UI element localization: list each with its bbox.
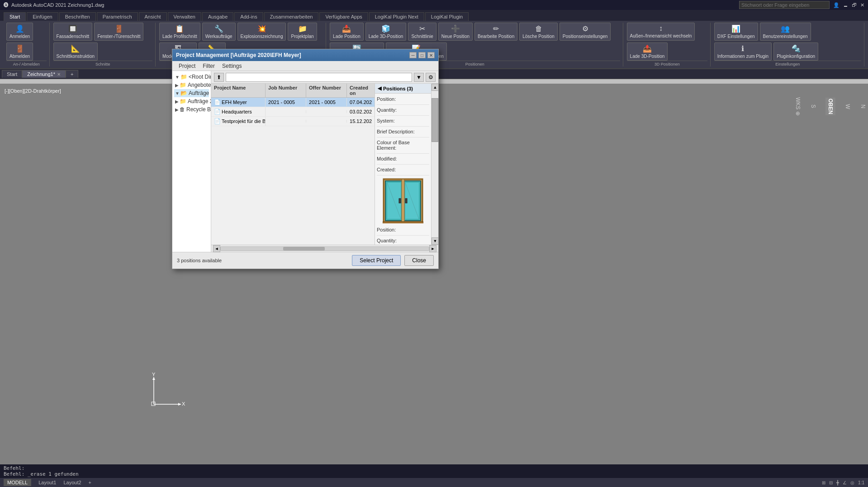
- btn-aussen-innen[interactable]: ↕Außen-/Innenansicht wechseln: [627, 23, 695, 41]
- btn-info-plugin[interactable]: ℹInformationen zum Plugin: [714, 43, 772, 61]
- menu-filter[interactable]: Filter: [200, 63, 218, 69]
- project-row-hq[interactable]: 📄 Headquarters 03.02.202: [211, 107, 375, 117]
- modal-close-btn[interactable]: ✕: [427, 52, 435, 58]
- tree-item-root[interactable]: ▼ 📁 <Root Directory>: [174, 73, 209, 81]
- hscroll-track[interactable]: [220, 246, 429, 251]
- modal-minimize-btn[interactable]: ─: [409, 52, 417, 58]
- cell-created-efh: 07.04.202: [347, 98, 375, 106]
- snap-icon[interactable]: ⊞: [822, 480, 825, 485]
- btn-lade-profilschnitt[interactable]: 📋Lade Profilschnitt: [159, 23, 200, 41]
- project-row-efh[interactable]: 📄 EFH Meyer 2021 - 0005 2021 - 0005 07.0…: [211, 98, 375, 107]
- tree-item-auftraege2021[interactable]: ▶ 📁 Aufträge 2021: [174, 97, 209, 105]
- tab-addins[interactable]: Add-ins: [234, 12, 263, 21]
- osnap-icon[interactable]: ◎: [850, 480, 854, 485]
- hscroll-left-btn[interactable]: ◄: [213, 245, 220, 252]
- tab-einfuegen[interactable]: Einfügen: [27, 12, 58, 21]
- btn-3d-lade[interactable]: 📤Lade 3D-Position: [627, 43, 668, 61]
- polar-icon[interactable]: ∠: [843, 480, 847, 485]
- label-OBEN[interactable]: OBEN: [825, 98, 835, 115]
- add-layout-btn[interactable]: +: [89, 480, 91, 485]
- vscroll-up-btn[interactable]: ▲: [432, 84, 438, 91]
- menu-settings[interactable]: Settings: [219, 63, 244, 69]
- btn-schnittlinie[interactable]: ✂Schnittlinie: [408, 23, 436, 41]
- toolbar-up-btn[interactable]: ⬆: [214, 73, 224, 82]
- tab-parametrisch[interactable]: Parametrisch: [97, 12, 138, 21]
- tab-ausgabe[interactable]: Ausgabe: [202, 12, 233, 21]
- btn-abmelden[interactable]: 🚪Abmelden: [6, 43, 33, 61]
- restore-icon[interactable]: 🗗: [852, 2, 857, 8]
- btn-explosionszeichnung[interactable]: 💥Explosionszeichnung: [237, 23, 286, 41]
- btn-projektplan[interactable]: 📁Projektplan: [288, 23, 317, 41]
- btn-schnittkonstruktion[interactable]: 📐Schnittkonstruktion: [53, 43, 98, 61]
- layout2-tab[interactable]: Layout2: [63, 480, 81, 485]
- btn-fenster-schnitt[interactable]: 🚪Fenster-/Türenschnitt: [94, 23, 143, 41]
- tab-verwalten[interactable]: Verwalten: [168, 12, 201, 21]
- tab-doc-new[interactable]: +: [66, 70, 78, 78]
- btn-loesche-position[interactable]: 🗑Lösche Position: [519, 23, 558, 41]
- ribbon-tabs: Start Einfügen Beschriften Parametrisch …: [0, 10, 868, 21]
- tree-item-recycle[interactable]: ▶ 🗑 Recycle Bin: [174, 105, 209, 113]
- btn-werkauftraege[interactable]: 🔧Werkaufträge: [202, 23, 236, 41]
- folder-icon-angebote: 📁: [180, 82, 186, 88]
- btn-bearbeite-position[interactable]: ✏Bearbeite Position: [474, 23, 517, 41]
- positions-collapse-icon[interactable]: ◀: [378, 85, 381, 91]
- tree-item-angebote[interactable]: ▶ 📁 Angebote 2021: [174, 81, 209, 89]
- app-icon: 🅐: [4, 2, 9, 8]
- vscroll-down-btn[interactable]: ▼: [432, 237, 438, 245]
- tab-logikal[interactable]: LogiKal Plugin: [425, 12, 469, 21]
- hscroll-thumb[interactable]: [283, 247, 325, 251]
- positions-header-text: Positions (3): [383, 86, 413, 91]
- pos2-value-position: [377, 233, 429, 236]
- toolbar-refresh-btn[interactable]: ⚙: [426, 73, 436, 82]
- btn-positions-einstellungen[interactable]: ⚙Positionseinstellungen: [560, 23, 611, 41]
- btn-anmelden[interactable]: 👤Anmelden: [6, 23, 33, 41]
- btn-pluginkonfiguration[interactable]: 🔩Pluginkonfiguration: [773, 43, 818, 61]
- footer-buttons: Select Project Close: [352, 255, 434, 266]
- pos-value-quantity: [377, 113, 429, 116]
- btn-lade-3d[interactable]: 🧊Lade 3D-Position: [365, 23, 407, 41]
- schnitte-buttons: 🔲Fassadenschnitt 🚪Fenster-/Türenschnitt …: [53, 23, 152, 61]
- project-icon-hq: 📄: [214, 109, 220, 115]
- btn-neue-position[interactable]: ➕Neue Position: [438, 23, 473, 41]
- tab-doc-zeichnung[interactable]: Zeichnung1* ✕: [22, 70, 66, 78]
- tree-item-auftraege2020[interactable]: ▼ 📂 Aufträge 2020: [174, 89, 209, 97]
- user-icon[interactable]: 👤: [833, 2, 840, 8]
- project-icon-test: 📄: [214, 118, 220, 124]
- tab-ansicht[interactable]: Ansicht: [139, 12, 167, 21]
- col-header-offer: Offer Number: [306, 84, 347, 97]
- minimize-icon[interactable]: 🗕: [843, 2, 848, 8]
- search-input[interactable]: [739, 1, 830, 9]
- modal-footer: 3 positions available Select Project Clo…: [172, 252, 438, 269]
- tab-close-icon[interactable]: ✕: [57, 72, 61, 77]
- footer-status: 3 positions available: [177, 258, 222, 263]
- modal-titlebar: Project Management [\Aufträge 2020\EFH M…: [172, 49, 438, 61]
- pos-label-created: Created:: [377, 166, 429, 173]
- tab-beschriften[interactable]: Beschriften: [59, 12, 96, 21]
- btn-benutzereinstellungen[interactable]: 👥Benutzereinstellungen: [760, 23, 811, 41]
- btn-fassadenschnitt[interactable]: 🔲Fassadenschnitt: [53, 23, 93, 41]
- tab-zusammenarbeiten[interactable]: Zusammenarbeiten: [264, 12, 319, 21]
- grid-icon[interactable]: ⊟: [829, 480, 833, 485]
- layout1-tab[interactable]: Layout1: [38, 480, 56, 485]
- tab-logikal-next[interactable]: LogiKal Plugin Next: [369, 12, 424, 21]
- search-input[interactable]: [226, 73, 412, 82]
- close-btn[interactable]: Close: [404, 255, 434, 266]
- btn-lade-position[interactable]: 📥Lade Position: [330, 23, 364, 41]
- btn-dxf-einstellungen[interactable]: 📊DXF Einstellungen: [714, 23, 758, 41]
- modal-controls: ─ □ ✕: [409, 52, 435, 58]
- modal-maximize-btn[interactable]: □: [418, 52, 426, 58]
- vscroll-thumb[interactable]: [432, 98, 438, 142]
- model-tab[interactable]: MODELL: [4, 479, 31, 486]
- toolbar-dropdown-btn[interactable]: ▼: [414, 73, 424, 82]
- vscroll-track[interactable]: [432, 91, 438, 237]
- project-row-test[interactable]: 📄 Testprojekt für die Ba... 15.12.202: [211, 117, 375, 126]
- tab-doc-start[interactable]: Start: [2, 70, 22, 78]
- menu-project[interactable]: Project: [176, 63, 198, 69]
- ortho-icon[interactable]: ╋: [836, 480, 839, 485]
- pos-label-quantity: Quantity:: [377, 106, 429, 113]
- hscroll-right-btn[interactable]: ►: [429, 245, 436, 252]
- select-project-btn[interactable]: Select Project: [352, 255, 401, 266]
- tab-verfuegbare[interactable]: Verfügbare Apps: [319, 12, 368, 21]
- tab-start[interactable]: Start: [4, 12, 26, 21]
- close-icon[interactable]: ✕: [860, 2, 864, 8]
